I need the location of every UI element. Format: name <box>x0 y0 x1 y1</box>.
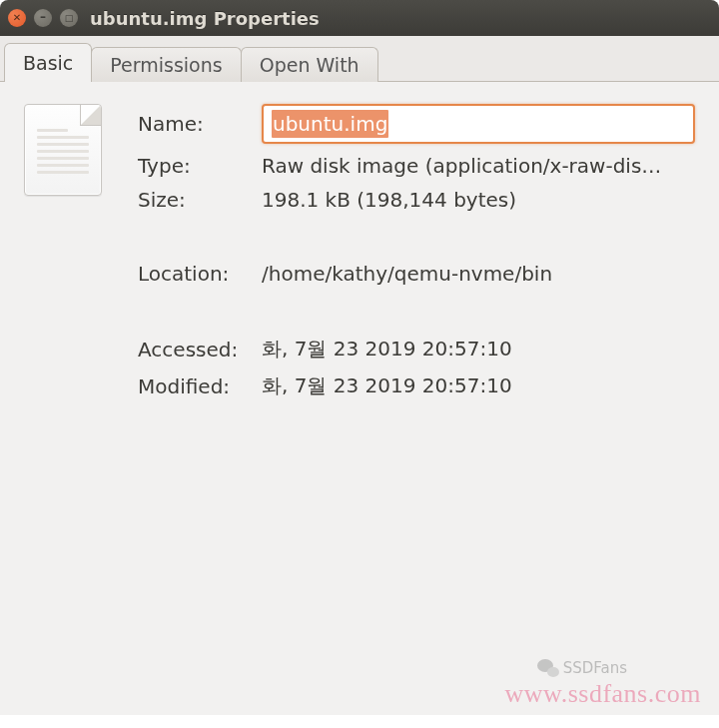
minimize-icon[interactable] <box>34 9 52 27</box>
value-location: /home/kathy/qemu-nvme/bin <box>262 262 695 286</box>
label-location: Location: <box>138 262 258 286</box>
label-size: Size: <box>138 188 258 212</box>
label-modified: Modified: <box>138 374 258 398</box>
file-icon-cell <box>24 104 134 196</box>
name-input[interactable]: ubuntu.img <box>262 104 695 144</box>
wechat-watermark: SSDFans <box>537 657 627 679</box>
tab-basic[interactable]: Basic <box>4 43 92 82</box>
close-icon[interactable] <box>8 9 26 27</box>
label-accessed: Accessed: <box>138 338 258 362</box>
tab-content-basic: Name: ubuntu.img Type: Raw disk image (a… <box>0 82 719 715</box>
file-icon <box>24 104 102 196</box>
url-watermark: www.ssdfans.com <box>505 679 701 709</box>
maximize-icon[interactable] <box>60 9 78 27</box>
tab-open-with[interactable]: Open With <box>241 47 378 83</box>
wechat-icon <box>537 657 559 679</box>
wechat-brand: SSDFans <box>563 659 627 677</box>
value-type: Raw disk image (application/x-raw-dis… <box>262 154 695 178</box>
label-type: Type: <box>138 154 258 178</box>
label-name: Name: <box>138 112 258 136</box>
tab-permissions[interactable]: Permissions <box>91 47 241 83</box>
window-title: ubuntu.img Properties <box>90 8 320 29</box>
tabbar: Basic Permissions Open With <box>0 36 719 82</box>
name-input-selection: ubuntu.img <box>272 110 388 138</box>
properties-window: ubuntu.img Properties Basic Permissions … <box>0 0 719 715</box>
titlebar: ubuntu.img Properties <box>0 0 719 36</box>
value-size: 198.1 kB (198,144 bytes) <box>262 188 695 212</box>
window-buttons <box>8 9 78 27</box>
value-accessed: 화, 7월 23 2019 20:57:10 <box>262 336 695 363</box>
value-modified: 화, 7월 23 2019 20:57:10 <box>262 372 695 399</box>
